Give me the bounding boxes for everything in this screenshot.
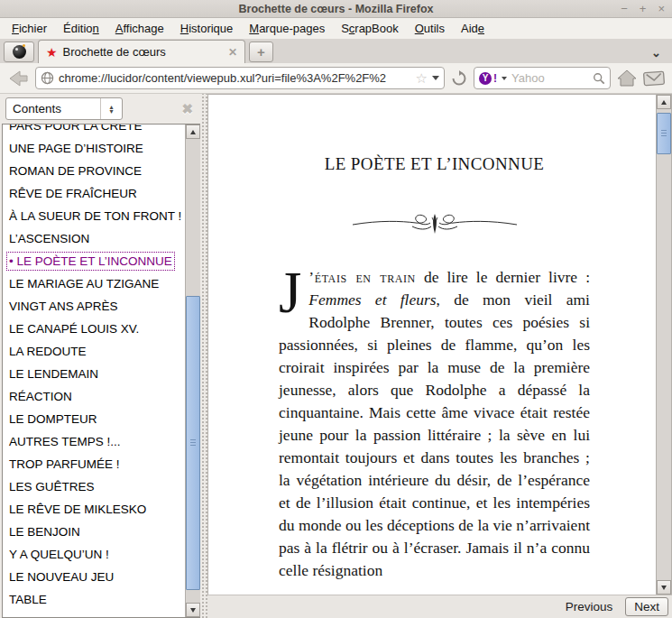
toc-row: LE BENJOIN — [7, 521, 185, 543]
chapter-title: LE POÈTE ET L’INCONNUE — [279, 154, 590, 174]
sidebar-scroll-down-icon[interactable] — [186, 603, 200, 617]
url-text[interactable]: chrome://lucidor/content/viewepub.xul?ur… — [59, 71, 411, 85]
toc-row: LE DOMPTEUR — [7, 408, 185, 430]
combobox-spinner-icon: ▴▾ — [100, 98, 122, 119]
back-button[interactable] — [7, 69, 29, 88]
contents-selector-value: Contents — [6, 102, 100, 115]
minimize-button[interactable]: − — [621, 0, 628, 18]
url-bar[interactable]: chrome://lucidor/content/viewepub.xul?ur… — [35, 67, 445, 89]
book-page: LE POÈTE ET L’INCONNUE — [207, 94, 672, 595]
tab-bar: ★ Brochette de cœurs ✕ + ⌄ — [0, 39, 672, 63]
paragraph-segment: de lire le dernier livre : — [416, 268, 590, 286]
title-bar[interactable]: Brochette de cœurs - Mozilla Firefox − +… — [0, 0, 672, 18]
bookmark-star-icon[interactable]: ☆ — [416, 70, 428, 87]
new-tab-button[interactable]: + — [249, 42, 273, 62]
search-engine-dropdown-icon[interactable] — [502, 77, 507, 80]
app-icon — [13, 45, 26, 59]
window-title: Brochette de cœurs - Mozilla Firefox — [0, 3, 672, 15]
toc-item[interactable]: AUTRES TEMPS !... — [7, 433, 123, 450]
toc-item[interactable]: TROP PARFUMÉE ! — [7, 456, 122, 473]
menu-bar: Fichier Édition Affichage Historique Mar… — [0, 18, 672, 39]
toc-item[interactable]: LE LENDEMAIN — [7, 365, 100, 383]
content-scroll-up-icon[interactable] — [657, 95, 671, 109]
content-scrollbar-thumb[interactable] — [657, 113, 671, 154]
menu-item[interactable]: Marque-pages — [241, 19, 333, 38]
toc-item[interactable]: LE BENJOIN — [7, 523, 82, 540]
toc-row: TROP PARFUMÉE ! — [7, 453, 185, 475]
tab-close-icon[interactable]: ✕ — [228, 46, 237, 59]
toc-row: AUTRES TEMPS !... — [7, 430, 185, 453]
sidebar-scrollbar[interactable] — [185, 125, 200, 617]
menu-item[interactable]: Outils — [407, 19, 453, 38]
next-button[interactable]: Next — [625, 597, 668, 616]
toc-item[interactable]: TABLE — [7, 591, 49, 608]
toc-item[interactable]: LES GUÊTRES — [7, 478, 97, 495]
content-scroll-down-icon[interactable] — [657, 580, 671, 595]
close-button[interactable]: × — [658, 0, 665, 18]
toc-row: LE LENDEMAIN — [7, 363, 185, 385]
toc-item[interactable]: UNE PAGE D’HISTOIRE — [7, 140, 145, 157]
menu-item[interactable]: Affichage — [107, 19, 172, 38]
toc-row: LE NOUVEAU JEU — [7, 566, 185, 588]
pager-bar: Previous Next — [207, 595, 672, 618]
toc-row: Y A QUELQU’UN ! — [7, 543, 185, 566]
globe-icon — [41, 71, 54, 85]
url-dropdown-icon[interactable] — [432, 76, 439, 80]
toc-row: TABLE — [7, 588, 185, 611]
reload-button[interactable] — [451, 70, 467, 87]
mail-notifier-button[interactable] — [643, 70, 665, 87]
toc-row: LA REDOUTE — [7, 340, 185, 363]
yahoo-engine-icon[interactable]: Y — [479, 72, 492, 85]
app-icon-button[interactable] — [4, 42, 34, 62]
toc-item[interactable]: RÉACTION — [7, 388, 74, 405]
contents-sidebar: Contents ▴▾ ✖ PARS POUR LA CRÈTE UNE PAG… — [0, 94, 200, 618]
toc-item[interactable]: À LA SUEUR DE TON FRONT ! — [7, 208, 183, 225]
menu-item[interactable]: ScrapBook — [333, 19, 407, 38]
toc-row: LE CANAPÉ LOUIS XV. — [7, 318, 185, 340]
toc-item[interactable]: PARS POUR LA CRÈTE — [7, 125, 144, 134]
previous-button[interactable]: Previous — [562, 597, 617, 616]
toc-row: RÊVE DE FRAÎCHEUR — [7, 182, 185, 205]
toc-row: UNE PAGE D’HISTOIRE — [7, 137, 185, 160]
sidebar-scroll-up-icon[interactable] — [186, 125, 200, 139]
dropcap: J — [279, 266, 308, 313]
toc-row: LE RÊVE DE MIKLESKO — [7, 498, 185, 521]
search-icon[interactable] — [593, 72, 605, 85]
toc-item[interactable]: Y A QUELQU’UN ! — [7, 546, 111, 563]
menu-item[interactable]: Aide — [453, 19, 492, 38]
sidebar-close-icon[interactable]: ✖ — [181, 101, 193, 117]
list-all-tabs-icon[interactable]: ⌄ — [651, 46, 668, 60]
toc-item[interactable]: ROMAN DE PROVINCE — [7, 162, 143, 180]
menu-item[interactable]: Historique — [172, 19, 242, 38]
toc-item[interactable]: LE RÊVE DE MIKLESKO — [7, 501, 148, 518]
sidebar-splitter[interactable] — [200, 94, 207, 618]
search-bar[interactable]: Y ! Yahoo — [474, 67, 611, 89]
toc-item[interactable]: L’ASCENSION — [7, 230, 91, 247]
toc-item[interactable]: LA REDOUTE — [7, 343, 88, 360]
favicon-star-icon: ★ — [46, 46, 58, 59]
main-area: Contents ▴▾ ✖ PARS POUR LA CRÈTE UNE PAG… — [0, 94, 672, 618]
toc-item[interactable]: • LE POÈTE ET L’INCONNUE — [7, 253, 174, 270]
sidebar-scrollbar-thumb[interactable] — [186, 296, 200, 590]
toc-item[interactable]: RÊVE DE FRAÎCHEUR — [7, 185, 139, 202]
menu-item[interactable]: Édition — [55, 19, 107, 38]
toc-row: • LE POÈTE ET L’INCONNUE — [7, 250, 185, 272]
home-button[interactable] — [617, 69, 637, 87]
search-placeholder[interactable]: Yahoo — [511, 71, 588, 85]
reader-content: LE POÈTE ET L’INCONNUE — [207, 94, 672, 618]
maximize-button[interactable]: + — [640, 0, 647, 18]
toc-list: PARS POUR LA CRÈTE UNE PAGE D’HISTOIRE R… — [2, 124, 200, 618]
toc-row: ROMAN DE PROVINCE — [7, 160, 185, 182]
toc-item[interactable]: LE NOUVEAU JEU — [7, 568, 115, 586]
contents-selector[interactable]: Contents ▴▾ — [5, 97, 123, 120]
toc-row: RÉACTION — [7, 385, 185, 408]
content-scrollbar[interactable] — [656, 95, 671, 595]
toc-row: À LA SUEUR DE TON FRONT ! — [7, 205, 185, 227]
toc-item[interactable]: LE CANAPÉ LOUIS XV. — [7, 320, 141, 337]
toc-item[interactable]: LE DOMPTEUR — [7, 410, 99, 428]
tab-brochette-de-coeurs[interactable]: ★ Brochette de cœurs ✕ — [38, 40, 245, 63]
toc-item[interactable]: LE MARIAGE AU TZIGANE — [7, 275, 161, 292]
toc-item[interactable]: VINGT ANS APRÈS — [7, 298, 120, 315]
menu-item[interactable]: Fichier — [4, 19, 55, 38]
lead-smallcaps: ’étais en train — [308, 268, 416, 286]
